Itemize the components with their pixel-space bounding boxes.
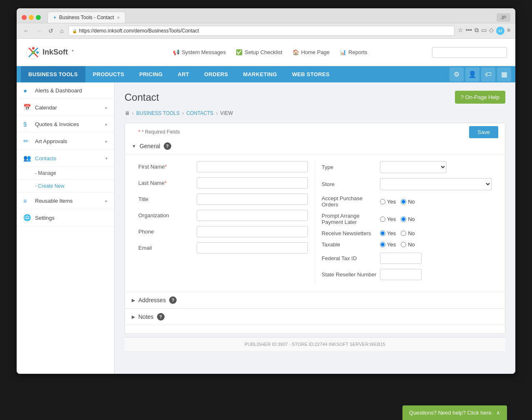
nav-pricing[interactable]: PRICING	[132, 66, 170, 82]
tab-close-icon[interactable]: ✕	[117, 15, 120, 20]
window-controls	[22, 15, 41, 20]
sidebar-item-art-approvals[interactable]: ✏ Art Approvals ▸	[17, 133, 114, 150]
user-icon[interactable]: 👤	[465, 67, 480, 82]
art-approvals-label: Art Approvals	[35, 138, 67, 144]
email-row: Email	[138, 242, 308, 253]
notes-help-icon[interactable]: ?	[157, 313, 165, 321]
nav-web-stores[interactable]: WEB STORES	[285, 66, 337, 82]
sidebar-item-contacts-manage[interactable]: - Manage	[17, 167, 114, 180]
addresses-help-icon[interactable]: ?	[169, 296, 177, 304]
form-col-left: First Name* Last Name* Title	[132, 161, 315, 285]
accept-purchase-orders-label: Accept Purchase Orders	[322, 195, 380, 208]
reports-link[interactable]: 📊 Reports	[340, 49, 367, 55]
taxable-yes-radio[interactable]	[380, 242, 385, 247]
layers-icon[interactable]: ⧉	[475, 27, 479, 35]
store-label: Store	[322, 181, 380, 187]
home-page-label: Home Page	[301, 49, 330, 55]
tag-icon[interactable]: 🏷	[481, 67, 495, 82]
setup-checklist-label: Setup Checklist	[245, 49, 282, 55]
menu-icon[interactable]: ≡	[507, 27, 510, 35]
federal-tax-id-input[interactable]	[380, 253, 422, 264]
nav-products[interactable]: PRODUCTS	[85, 66, 132, 82]
accept-po-no-radio[interactable]	[401, 199, 406, 204]
state-reseller-number-input[interactable]	[380, 269, 422, 280]
newsletters-no-radio[interactable]	[401, 231, 406, 236]
taxable-no-radio[interactable]	[401, 242, 406, 247]
monitor-icon: 🖥	[125, 110, 130, 116]
nav-business-tools[interactable]: BUSINESS TOOLS	[21, 66, 85, 82]
sidebar-item-contacts[interactable]: 👥 Contacts ▾	[17, 150, 114, 167]
calendar-label: Calendar	[35, 104, 57, 111]
main-content: Contact ? On-Page Help 🖥 › BUSINESS TOOL…	[115, 82, 515, 374]
megaphone-icon: 📢	[173, 49, 180, 55]
inksoft-logo: InkSoft ▾	[25, 43, 75, 62]
organization-input[interactable]	[197, 210, 308, 221]
system-messages-link[interactable]: 📢 System Messages	[173, 49, 226, 55]
home-page-link[interactable]: 🏠 Home Page	[292, 49, 330, 55]
prompt-payment-no-radio[interactable]	[401, 216, 406, 222]
save-button[interactable]: Save	[469, 126, 498, 138]
last-name-input[interactable]	[197, 177, 308, 189]
setup-checklist-link[interactable]: ✅ Setup Checklist	[236, 49, 282, 55]
email-input[interactable]	[197, 242, 308, 253]
grid-icon[interactable]: ▦	[497, 67, 511, 82]
phone-row: Phone	[138, 226, 308, 237]
maximize-button[interactable]	[36, 15, 41, 20]
secure-icon: 🔒	[72, 29, 77, 33]
forward-button[interactable]: →	[34, 27, 43, 35]
general-section-header[interactable]: ▼ General ?	[125, 138, 505, 154]
back-button[interactable]: ←	[22, 27, 31, 35]
nav-art[interactable]: ART	[170, 66, 197, 82]
first-name-input[interactable]	[197, 161, 308, 172]
type-row: Type	[322, 161, 492, 173]
close-button[interactable]	[22, 15, 27, 20]
newsletters-no-label: No	[401, 230, 415, 236]
checklist-icon: ✅	[236, 49, 242, 55]
general-help-icon[interactable]: ?	[164, 142, 171, 150]
notes-section-header[interactable]: ▶ Notes ?	[125, 309, 505, 325]
refresh-button[interactable]: ↺	[47, 27, 55, 35]
minimize-button[interactable]	[29, 15, 34, 20]
bookmark-icon[interactable]: ☆	[458, 27, 463, 35]
sidebar-item-reusable-items[interactable]: ≡ Reusable Items ▸	[17, 193, 114, 209]
sidebar: ● Alerts & Dashboard 📅 Calendar ▸ $ Quot…	[17, 82, 115, 374]
gear-icon[interactable]: ⚙	[450, 67, 464, 82]
accept-po-yes-radio[interactable]	[380, 199, 385, 204]
sidebar-icon[interactable]: ▭	[481, 27, 487, 35]
reusable-icon: ≡	[23, 197, 31, 204]
newsletters-yes-radio[interactable]	[380, 231, 385, 236]
address-bar[interactable]: 🔒 https://demo.inksoft.com/demo/Business…	[68, 26, 455, 36]
nav-orders[interactable]: ORDERS	[197, 66, 235, 82]
phone-input[interactable]	[197, 226, 308, 237]
extensions-icon[interactable]: •••	[466, 27, 472, 35]
browser-tab[interactable]: ✦ Business Tools - Contact ✕	[47, 12, 125, 23]
prompt-arrange-payment-label: Prompt Arrange Payment Later	[322, 213, 380, 225]
pocket-icon[interactable]: ◇	[489, 27, 494, 35]
onpage-help-button[interactable]: ? On-Page Help	[455, 91, 505, 104]
sidebar-item-contacts-create-new[interactable]: - Create New	[17, 180, 114, 193]
expand-notes-icon: ▶	[132, 314, 135, 320]
type-select[interactable]	[380, 161, 447, 173]
sidebar-item-quotes-invoices[interactable]: $ Quotes & Invoices ▸	[17, 116, 114, 133]
nav-marketing[interactable]: MARKETING	[236, 66, 285, 82]
chart-icon: 📊	[340, 49, 346, 55]
breadcrumb: 🖥 › BUSINESS TOOLS › CONTACTS › VIEW	[125, 110, 505, 116]
store-select[interactable]	[380, 178, 492, 190]
sidebar-item-settings[interactable]: 🌐 Settings	[17, 209, 114, 226]
newsletters-yes-label: Yes	[380, 230, 396, 236]
profile-icon[interactable]: H	[496, 27, 505, 35]
breadcrumb-business-tools[interactable]: BUSINESS TOOLS	[136, 110, 180, 116]
sidebar-item-alerts-dashboard[interactable]: ● Alerts & Dashboard	[17, 82, 114, 99]
addresses-section-header[interactable]: ▶ Addresses ?	[125, 292, 505, 308]
prompt-payment-yes-radio[interactable]	[380, 216, 385, 222]
sidebar-item-calendar[interactable]: 📅 Calendar ▸	[17, 99, 114, 116]
receive-newsletters-group: Yes No	[380, 230, 415, 236]
browser-actions: ☆ ••• ⧉ ▭ ◇ H ≡	[458, 27, 510, 35]
home-button[interactable]: ⌂	[58, 27, 65, 35]
receive-newsletters-label: Receive Newsletters	[322, 230, 380, 236]
store-row: Store	[322, 178, 492, 190]
svg-point-4	[32, 47, 35, 50]
breadcrumb-contacts[interactable]: CONTACTS	[186, 110, 213, 116]
search-input[interactable]	[432, 47, 507, 58]
title-input[interactable]	[197, 194, 308, 205]
